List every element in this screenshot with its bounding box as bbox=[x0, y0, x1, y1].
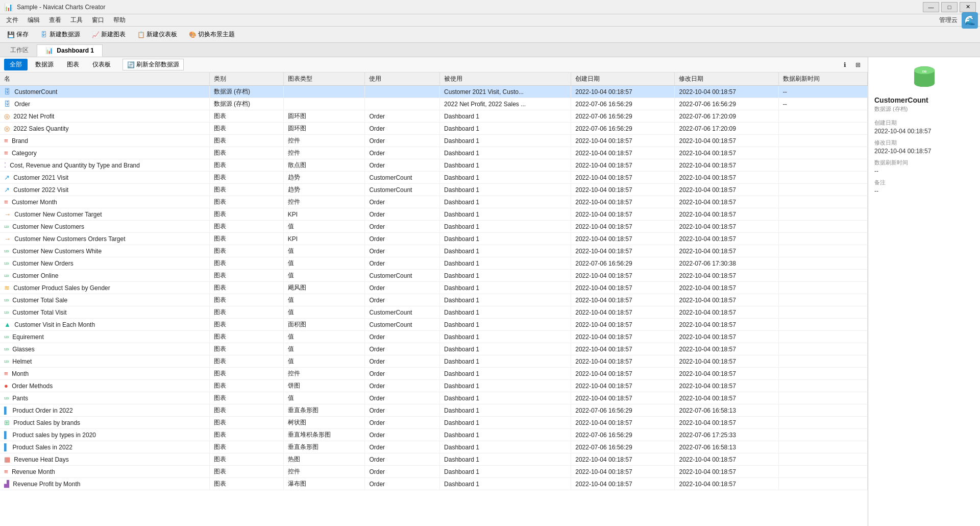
table-row[interactable]: ≋ Customer Product Sales by Gender 图表 飓风… bbox=[0, 282, 868, 294]
menu-tools[interactable]: 工具 bbox=[66, 15, 87, 26]
cell-usage: Order bbox=[365, 380, 440, 392]
cell-type: 图表 bbox=[209, 245, 283, 257]
table-row[interactable]: ▌ Product Sales in 2022 图表 垂直条形图 Order D… bbox=[0, 441, 868, 453]
table-row[interactable]: ¹²³ Equirement 图表 值 Order Dashboard 1 20… bbox=[0, 331, 868, 343]
minimize-button[interactable]: — bbox=[923, 2, 939, 12]
table-row[interactable]: ▟ Revenue Profit by Month 图表 瀑布图 Order D… bbox=[0, 478, 868, 490]
table-row[interactable]: ≡ Month 图表 控件 Order Dashboard 1 2022-10-… bbox=[0, 368, 868, 380]
cell-charttype: 控件 bbox=[283, 135, 365, 147]
table-row[interactable]: ◎ 2022 Net Profit 图表 圆环图 Order Dashboard… bbox=[0, 110, 868, 123]
close-button[interactable]: ✕ bbox=[960, 2, 976, 12]
theme-button[interactable]: 🎨 切换布景主题 bbox=[184, 28, 239, 41]
col-charttype[interactable]: 图表类型 bbox=[283, 73, 365, 86]
cell-charttype: 飓风图 bbox=[283, 282, 365, 294]
table-row[interactable]: ≡ Category 图表 控件 Order Dashboard 1 2022-… bbox=[0, 147, 868, 159]
cell-modified: 2022-10-04 00:18:57 bbox=[675, 86, 778, 98]
table-row[interactable]: → Customer New Customers Orders Target 图… bbox=[0, 233, 868, 245]
col-type[interactable]: 类别 bbox=[209, 73, 283, 86]
table-row[interactable]: ¹²³ Customer Total Visit 图表 值 CustomerCo… bbox=[0, 306, 868, 319]
cell-usedby: Dashboard 1 bbox=[440, 184, 571, 196]
cell-refreshed bbox=[778, 172, 867, 184]
menu-help[interactable]: 帮助 bbox=[109, 15, 130, 26]
table-row[interactable]: ≡ Brand 图表 控件 Order Dashboard 1 2022-10-… bbox=[0, 135, 868, 147]
menu-edit[interactable]: 编辑 bbox=[23, 15, 44, 26]
table-row[interactable]: ↗ Customer 2022 Visit 图表 趋势 CustomerCoun… bbox=[0, 184, 868, 196]
cell-name: ¹²³ Customer Online bbox=[0, 270, 209, 282]
new-dashboard-button[interactable]: 📋 新建仪表板 bbox=[132, 28, 182, 41]
maximize-button[interactable]: □ bbox=[941, 2, 958, 12]
table-row[interactable]: ● Order Methods 图表 饼图 Order Dashboard 1 … bbox=[0, 380, 868, 392]
save-icon: 💾 bbox=[7, 31, 15, 39]
refresh-button[interactable]: 🔄 刷新全部数据源 bbox=[122, 59, 184, 70]
cell-usedby: Dashboard 1 bbox=[440, 441, 571, 453]
table-container[interactable]: 名 类别 图表类型 使用 被使用 创建日期 修改日期 数据刷新时间 🗄 Cust… bbox=[0, 73, 868, 526]
table-row[interactable]: ▲ Customer Visit in Each Month 图表 面积图 Cu… bbox=[0, 319, 868, 331]
cell-charttype: 控件 bbox=[283, 147, 365, 159]
table-row[interactable]: ≡ Customer Month 图表 控件 Order Dashboard 1… bbox=[0, 196, 868, 208]
col-usage[interactable]: 使用 bbox=[365, 73, 440, 86]
cell-usage: Order bbox=[365, 196, 440, 208]
table-row[interactable]: ¹²³ Customer New Orders 图表 值 Order Dashb… bbox=[0, 257, 868, 270]
layout-button[interactable]: ⊞ bbox=[852, 59, 864, 70]
table-row[interactable]: ¹²³ Customer Online 图表 值 CustomerCount D… bbox=[0, 270, 868, 282]
cell-charttype: 值 bbox=[283, 331, 365, 343]
cell-modified: 2022-10-04 00:18:57 bbox=[675, 368, 778, 380]
cell-charttype: 值 bbox=[283, 221, 365, 233]
cell-refreshed bbox=[778, 208, 867, 221]
menu-view[interactable]: 查看 bbox=[45, 15, 65, 26]
filter-all-button[interactable]: 全部 bbox=[4, 59, 28, 70]
cell-usage: Order bbox=[365, 417, 440, 429]
row-icon: ≡ bbox=[4, 198, 8, 206]
table-row[interactable]: ⁚ Cost, Revenue and Quantity by Type and… bbox=[0, 159, 868, 172]
new-chart-button[interactable]: 📈 新建图表 bbox=[87, 28, 130, 41]
filter-chart-button[interactable]: 图表 bbox=[61, 59, 85, 70]
table-row[interactable]: ▦ Revenue Heat Days 图表 热图 Order Dashboar… bbox=[0, 453, 868, 466]
cell-created: 2022-07-06 16:56:29 bbox=[571, 429, 675, 441]
table-row[interactable]: ▌ Product sales by types in 2020 图表 垂直堆积… bbox=[0, 429, 868, 441]
info-button[interactable]: ℹ bbox=[839, 59, 850, 70]
table-row[interactable]: ¹²³ Glasses 图表 值 Order Dashboard 1 2022-… bbox=[0, 343, 868, 355]
table-row[interactable]: ¹²³ Customer New Customers 图表 值 Order Da… bbox=[0, 221, 868, 233]
menu-bar: 文件 编辑 查看 工具 窗口 帮助 管理云 🌊 bbox=[0, 14, 980, 27]
col-usedby[interactable]: 被使用 bbox=[440, 73, 571, 86]
cell-created: 2022-07-06 16:56:29 bbox=[571, 98, 675, 110]
table-row[interactable]: ¹²³ Helmet 图表 值 Order Dashboard 1 2022-1… bbox=[0, 355, 868, 368]
col-name[interactable]: 名 bbox=[0, 73, 209, 86]
cell-type: 图表 bbox=[209, 404, 283, 417]
cell-charttype: 值 bbox=[283, 306, 365, 319]
filter-datasource-button[interactable]: 数据源 bbox=[30, 59, 59, 70]
col-created[interactable]: 创建日期 bbox=[571, 73, 675, 86]
menu-window[interactable]: 窗口 bbox=[88, 15, 108, 26]
col-modified[interactable]: 修改日期 bbox=[675, 73, 778, 86]
table-row[interactable]: ▌ Product Order in 2022 图表 垂直条形图 Order D… bbox=[0, 404, 868, 417]
col-refreshed[interactable]: 数据刷新时间 bbox=[778, 73, 867, 86]
table-row[interactable]: 🗄 CustomerCount 数据源 (存档) Customer 2021 V… bbox=[0, 86, 868, 98]
menu-file[interactable]: 文件 bbox=[2, 15, 22, 26]
cell-type: 图表 bbox=[209, 441, 283, 453]
cloud-avatar[interactable]: 🌊 bbox=[962, 12, 978, 29]
cell-usage: Order bbox=[365, 453, 440, 466]
filter-dashboard-button[interactable]: 仪表板 bbox=[87, 59, 116, 70]
cell-usedby: Dashboard 1 bbox=[440, 270, 571, 282]
table-row[interactable]: ⊞ Product Sales by brands 图表 树状图 Order D… bbox=[0, 417, 868, 429]
cell-type: 图表 bbox=[209, 319, 283, 331]
tab-dashboard[interactable]: 📊 Dashboard 1 bbox=[37, 44, 103, 57]
table-row[interactable]: ↗ Customer 2021 Visit 图表 趋势 CustomerCoun… bbox=[0, 172, 868, 184]
cell-refreshed bbox=[778, 429, 867, 441]
cell-name: ¹²³ Helmet bbox=[0, 355, 209, 368]
table-row[interactable]: ¹²³ Customer New Customers White 图表 值 Or… bbox=[0, 245, 868, 257]
row-icon: ≡ bbox=[4, 370, 8, 377]
save-button[interactable]: 💾 保存 bbox=[2, 28, 33, 41]
cell-usedby: Dashboard 1 bbox=[440, 257, 571, 270]
new-datasource-button[interactable]: 🗄 新建数据源 bbox=[35, 28, 85, 41]
table-row[interactable]: ≡ Revenue Month 图表 控件 Order Dashboard 1 … bbox=[0, 466, 868, 478]
cell-refreshed bbox=[778, 123, 867, 135]
table-row[interactable]: → Customer New Customer Target 图表 KPI Or… bbox=[0, 208, 868, 221]
cell-type: 图表 bbox=[209, 184, 283, 196]
cell-type: 图表 bbox=[209, 453, 283, 466]
table-row[interactable]: 🗄 Order 数据源 (存档) 2022 Net Profit, 2022 S… bbox=[0, 98, 868, 110]
table-row[interactable]: ◎ 2022 Sales Quantity 图表 圆环图 Order Dashb… bbox=[0, 123, 868, 135]
table-row[interactable]: ¹²³ Customer Total Sale 图表 值 Order Dashb… bbox=[0, 294, 868, 306]
cell-modified: 2022-10-04 00:18:57 bbox=[675, 172, 778, 184]
table-row[interactable]: ¹²³ Pants 图表 值 Order Dashboard 1 2022-10… bbox=[0, 392, 868, 404]
